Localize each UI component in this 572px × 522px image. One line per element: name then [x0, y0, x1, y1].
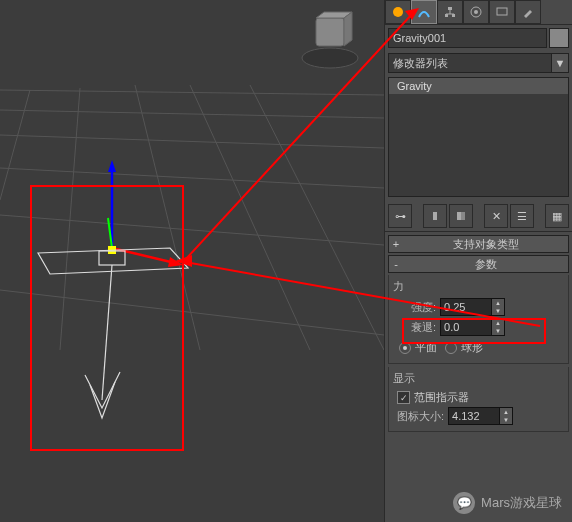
svg-rect-33	[433, 212, 437, 220]
svg-line-0	[0, 90, 384, 95]
rollup-title: 参数	[403, 257, 568, 272]
svg-line-1	[0, 110, 384, 118]
rollup-toggle-icon: +	[389, 238, 403, 250]
viewport-3d[interactable]	[0, 0, 384, 522]
display-group-label: 显示	[393, 371, 564, 386]
remove-modifier-icon[interactable]: ✕	[484, 204, 508, 228]
svg-line-4	[0, 215, 384, 245]
svg-line-3	[0, 168, 384, 188]
modify-tab-icon[interactable]	[411, 0, 437, 24]
modifier-list-dropdown[interactable]: 修改器列表 ▼	[388, 53, 569, 73]
rollup-title: 支持对象类型	[403, 237, 568, 252]
show-end-result-icon[interactable]	[423, 204, 447, 228]
svg-point-24	[393, 7, 403, 17]
grid	[0, 85, 384, 350]
svg-rect-35	[461, 212, 465, 220]
object-name-field[interactable]	[388, 28, 547, 48]
spinner-buttons[interactable]: ▲▼	[491, 319, 504, 335]
wechat-icon: 💬	[453, 492, 475, 514]
object-color-swatch[interactable]	[549, 28, 569, 48]
svg-marker-14	[344, 12, 352, 46]
modifier-stack-toolbar: ⊶ ✕ ☰ ▦	[385, 201, 572, 232]
decay-label: 衰退:	[411, 320, 436, 335]
svg-rect-25	[448, 7, 452, 10]
range-indicator-checkbox[interactable]: ✓	[397, 391, 410, 404]
sphere-radio[interactable]	[445, 342, 457, 354]
strength-value[interactable]: 0.25	[441, 301, 491, 313]
display-rollup-body: 显示 ✓ 范围指示器 图标大小: 4.132 ▲▼	[388, 367, 569, 432]
icon-size-label: 图标大小:	[397, 409, 444, 424]
chevron-down-icon: ▼	[551, 54, 568, 72]
spinner-buttons[interactable]: ▲▼	[491, 299, 504, 315]
modifier-stack[interactable]: Gravity	[388, 77, 569, 197]
create-tab-icon[interactable]	[385, 0, 411, 24]
strength-spinner[interactable]: 0.25 ▲▼	[440, 298, 505, 316]
svg-line-2	[0, 135, 384, 148]
decay-spinner[interactable]: 0.0 ▲▼	[440, 318, 505, 336]
svg-marker-16	[108, 160, 116, 172]
svg-line-6	[250, 85, 384, 350]
svg-line-23	[102, 265, 112, 400]
svg-rect-34	[457, 212, 461, 220]
svg-marker-18	[168, 257, 183, 267]
rollup-toggle-icon: -	[389, 258, 403, 270]
gravity-space-warp-icon[interactable]	[38, 248, 188, 418]
force-group-label: 力	[393, 279, 564, 294]
modifier-list-label: 修改器列表	[389, 56, 551, 71]
plane-radio-label: 平面	[415, 340, 437, 355]
command-panel: 修改器列表 ▼ Gravity ⊶ ✕ ☰ ▦ + 支持对象类型 - 参数 力 …	[384, 0, 572, 522]
svg-line-5	[0, 290, 384, 335]
modifier-stack-item[interactable]: Gravity	[389, 78, 568, 94]
svg-line-8	[135, 85, 200, 350]
plane-radio[interactable]	[399, 342, 411, 354]
icon-size-value[interactable]: 4.132	[449, 410, 499, 422]
parameters-rollup-body: 力 强度: 0.25 ▲▼ 衰退: 0.0 ▲▼ 平面 球形	[388, 275, 569, 364]
configure-sets-icon[interactable]: ☰	[510, 204, 534, 228]
utilities-tab-icon[interactable]	[515, 0, 541, 24]
pin-stack-icon[interactable]: ⊶	[388, 204, 412, 228]
sphere-radio-label: 球形	[461, 340, 483, 355]
range-indicator-label: 范围指示器	[414, 390, 469, 405]
svg-line-10	[0, 90, 30, 200]
decay-value[interactable]: 0.0	[441, 321, 491, 333]
rollup-parameters[interactable]: - 参数	[388, 255, 569, 273]
command-panel-tabs	[385, 0, 572, 25]
svg-point-31	[474, 10, 478, 14]
watermark-text: Mars游戏星球	[481, 494, 562, 512]
icon-size-spinner[interactable]: 4.132 ▲▼	[448, 407, 513, 425]
display-tab-icon[interactable]	[489, 0, 515, 24]
watermark: 💬 Mars游戏星球	[453, 492, 562, 514]
rollup-support-types[interactable]: + 支持对象类型	[388, 235, 569, 253]
svg-line-9	[60, 88, 80, 350]
svg-point-11	[302, 48, 358, 68]
spinner-buttons[interactable]: ▲▼	[499, 408, 512, 424]
view-cube-icon[interactable]	[302, 12, 358, 68]
svg-rect-32	[497, 8, 507, 15]
strength-label: 强度:	[411, 300, 436, 315]
svg-line-7	[190, 85, 310, 350]
motion-tab-icon[interactable]	[463, 0, 489, 24]
hierarchy-tab-icon[interactable]	[437, 0, 463, 24]
svg-rect-12	[316, 18, 344, 46]
modifier-sets-icon[interactable]: ▦	[545, 204, 569, 228]
make-unique-icon[interactable]	[449, 204, 473, 228]
